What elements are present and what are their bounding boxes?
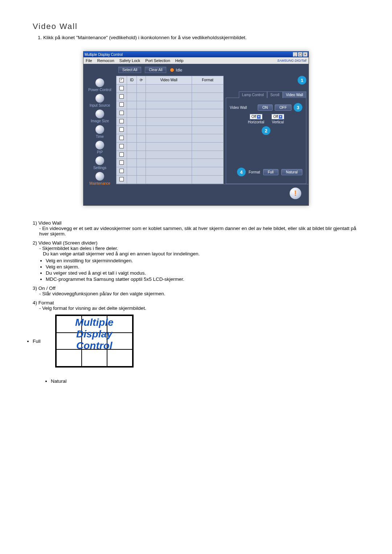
off-button[interactable]: OFF — [275, 104, 291, 111]
callout-3: 3 — [294, 103, 302, 112]
table-row[interactable] — [117, 101, 224, 109]
row-checkbox[interactable] — [119, 152, 124, 157]
minimize-icon[interactable]: _ — [293, 52, 297, 57]
header-checkbox[interactable] — [119, 78, 124, 82]
desc-item-4: 4) Format - Velg format for visning av d… — [33, 300, 359, 311]
menubar: File Remocon Safety Lock Port Selection … — [83, 57, 309, 64]
list-item: Du velger sted ved å angi et tall i valg… — [46, 270, 359, 276]
table-row[interactable] — [117, 118, 224, 126]
table-row[interactable] — [117, 176, 224, 184]
menu-safety-lock[interactable]: Safety Lock — [119, 58, 140, 63]
table-row[interactable] — [117, 126, 224, 134]
sidebar-item-power[interactable]: Power Control — [88, 78, 111, 92]
sidebar: Power Control Input Source Image Size Ti… — [83, 64, 116, 205]
row-checkbox[interactable] — [119, 177, 124, 181]
table-row[interactable] — [117, 159, 224, 167]
row-checkbox[interactable] — [119, 119, 124, 123]
natural-button[interactable]: Natural — [281, 169, 302, 175]
list-item: Velg en innstilling for skjerminndelinge… — [46, 258, 359, 263]
input-icon — [95, 94, 104, 103]
select-all-button[interactable]: Select All — [118, 67, 141, 73]
row-checkbox[interactable] — [119, 111, 124, 115]
idle-status: Idle — [170, 68, 182, 72]
natural-label: Natural — [51, 378, 359, 384]
sidebar-item-maintenance[interactable]: Maintenance — [89, 172, 110, 185]
video-wall-panel: Video Wall ON OFF 3 Off▾ Hori — [226, 98, 306, 184]
callout-2: 2 — [262, 126, 270, 135]
table-row[interactable] — [117, 84, 224, 93]
settings-icon — [95, 156, 104, 165]
row-checkbox[interactable] — [119, 160, 124, 165]
idle-dot-icon — [170, 68, 174, 72]
page-title: Video Wall — [33, 22, 359, 31]
list-item: MDC-programmet fra Samsung støtter oppti… — [46, 276, 359, 282]
desc-item-1: 1) Video Wall - En videovegg er et sett … — [33, 220, 359, 237]
col-video-wall: Video Wall — [146, 76, 192, 85]
horizontal-label: Horizontal — [248, 120, 264, 124]
tab-lamp-control[interactable]: Lamp Control — [239, 91, 267, 98]
desc-item-2: 2) Video Wall (Screen divider) - Skjermb… — [33, 240, 359, 282]
list-item: Velg en skjerm. — [46, 264, 359, 270]
window-title: Multiple Display Control — [85, 53, 123, 57]
col-format: Format — [192, 76, 224, 85]
table-row[interactable] — [117, 142, 224, 151]
full-example: Full Multiple Display Control — [33, 315, 359, 368]
menu-file[interactable]: File — [86, 58, 92, 63]
chevron-down-icon: ▾ — [257, 115, 261, 119]
sidebar-item-time[interactable]: Time — [95, 125, 104, 139]
clear-all-button[interactable]: Clear All — [145, 67, 166, 73]
intro-text: 1. Klikk på ikonet "Maintenance" (vedlik… — [38, 35, 359, 40]
info-icon: ! — [290, 188, 301, 199]
row-checkbox[interactable] — [119, 169, 124, 173]
table-row[interactable] — [117, 109, 224, 118]
power-icon — [95, 78, 104, 87]
menu-remocon[interactable]: Remocon — [97, 58, 114, 63]
full-label: Full — [33, 338, 41, 344]
col-id: ID — [127, 76, 137, 85]
chevron-down-icon: ▾ — [279, 115, 282, 119]
sidebar-item-pip[interactable]: PIP — [95, 141, 104, 154]
toolbar: Select All Clear All Idle — [116, 64, 309, 76]
full-button[interactable]: Full — [263, 169, 278, 175]
maximize-icon[interactable]: ▢ — [298, 52, 302, 57]
table-row[interactable] — [117, 134, 224, 142]
callout-4: 4 — [237, 168, 246, 176]
sidebar-item-input[interactable]: Input Source — [90, 94, 110, 107]
sidebar-item-image-size[interactable]: Image Size — [91, 110, 109, 123]
menu-port-selection[interactable]: Port Selection — [145, 58, 170, 63]
row-checkbox[interactable] — [119, 136, 124, 140]
row-checkbox[interactable] — [119, 144, 124, 148]
time-icon — [95, 125, 104, 134]
brand-label: SAMSUNG DIGITall — [277, 59, 306, 62]
menu-help[interactable]: Help — [175, 58, 184, 63]
sidebar-item-settings[interactable]: Settings — [93, 156, 106, 170]
table-row[interactable] — [117, 93, 224, 101]
on-button[interactable]: ON — [258, 104, 273, 111]
format-label: Format — [249, 170, 260, 174]
row-checkbox[interactable] — [119, 94, 124, 99]
vertical-select[interactable]: Off▾ — [271, 114, 284, 119]
pip-icon — [95, 141, 104, 149]
row-checkbox[interactable] — [119, 127, 124, 132]
desc-item-3: 3) On / Off - Slår videoveggfunksjonen p… — [33, 286, 359, 296]
description-section: 1) Video Wall - En videovegg er et sett … — [33, 220, 359, 384]
window-titlebar: Multiple Display Control _ ▢ × — [83, 52, 309, 57]
vertical-label: Vertical — [272, 120, 284, 124]
video-wall-label: Video Wall — [230, 106, 247, 110]
display-table: ID ⟳ Video Wall Format — [116, 76, 224, 184]
app-screenshot: Multiple Display Control _ ▢ × File Remo… — [33, 51, 359, 206]
callout-1: 1 — [298, 76, 306, 85]
table-row[interactable] — [117, 151, 224, 159]
close-icon[interactable]: × — [303, 52, 307, 57]
image-size-icon — [95, 110, 104, 118]
col-icon: ⟳ — [137, 76, 146, 85]
row-checkbox[interactable] — [119, 102, 124, 107]
row-checkbox[interactable] — [119, 86, 124, 90]
status-bar: ! — [116, 184, 309, 202]
horizontal-select[interactable]: Off▾ — [250, 114, 262, 119]
table-row[interactable] — [117, 167, 224, 176]
tab-scroll[interactable]: Scroll — [267, 91, 283, 98]
tab-video-wall[interactable]: Video Wall — [283, 91, 306, 98]
maintenance-icon — [95, 172, 104, 181]
